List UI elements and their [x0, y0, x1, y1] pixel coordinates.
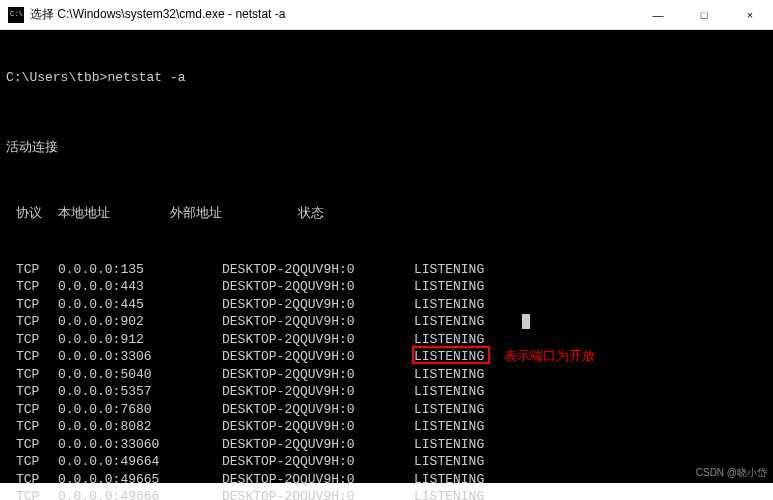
cell-proto: TCP [6, 331, 50, 349]
cell-local: 0.0.0.0:49666 [50, 488, 198, 500]
cell-state: LISTENING [398, 471, 518, 489]
cell-local: 0.0.0.0:8082 [50, 418, 198, 436]
table-row: TCP0.0.0.0:902DESKTOP-2QQUV9H:0LISTENING [6, 313, 767, 331]
cell-proto: TCP [6, 348, 50, 366]
cell-local: 0.0.0.0:5357 [50, 383, 198, 401]
cell-local: 0.0.0.0:5040 [50, 366, 198, 384]
cell-state: LISTENING [398, 278, 518, 296]
cell-local: 0.0.0.0:49665 [50, 471, 198, 489]
cell-proto: TCP [6, 436, 50, 454]
cell-state: LISTENING [398, 436, 518, 454]
cell-proto: TCP [6, 383, 50, 401]
cell-foreign: DESKTOP-2QQUV9H:0 [198, 418, 398, 436]
cell-foreign: DESKTOP-2QQUV9H:0 [198, 453, 398, 471]
cell-state: LISTENING [398, 366, 518, 384]
cell-proto: TCP [6, 296, 50, 314]
prompt-path: C:\Users\tbb> [6, 70, 107, 85]
table-row: TCP0.0.0.0:3306DESKTOP-2QQUV9H:0LISTENIN… [6, 348, 767, 366]
cell-foreign: DESKTOP-2QQUV9H:0 [198, 401, 398, 419]
cell-foreign: DESKTOP-2QQUV9H:0 [198, 436, 398, 454]
table-row: TCP0.0.0.0:443DESKTOP-2QQUV9H:0LISTENING [6, 278, 767, 296]
header-foreign: 外部地址 [170, 205, 298, 223]
titlebar[interactable]: 选择 C:\Windows\system32\cmd.exe - netstat… [0, 0, 773, 30]
header-proto: 协议 [6, 205, 50, 223]
table-row: TCP0.0.0.0:5357DESKTOP-2QQUV9H:0LISTENIN… [6, 383, 767, 401]
cell-state: LISTENING [398, 348, 518, 366]
cell-local: 0.0.0.0:3306 [50, 348, 198, 366]
table-row: TCP0.0.0.0:49666DESKTOP-2QQUV9H:0LISTENI… [6, 488, 767, 500]
cell-state: LISTENING [398, 296, 518, 314]
header-row: 协议 本地地址 外部地址 状态 [6, 205, 767, 223]
cell-state: LISTENING [398, 261, 518, 279]
cell-proto: TCP [6, 418, 50, 436]
prompt-command: netstat -a [107, 70, 185, 85]
cell-proto: TCP [6, 401, 50, 419]
cell-state: LISTENING [398, 331, 518, 349]
watermark: CSDN @晓小岱 [696, 464, 767, 482]
minimize-button[interactable]: — [635, 0, 681, 30]
cell-state: LISTENING [398, 418, 518, 436]
cell-proto: TCP [6, 278, 50, 296]
table-row: TCP0.0.0.0:8082DESKTOP-2QQUV9H:0LISTENIN… [6, 418, 767, 436]
table-row: TCP0.0.0.0:445DESKTOP-2QQUV9H:0LISTENING [6, 296, 767, 314]
cell-foreign: DESKTOP-2QQUV9H:0 [198, 278, 398, 296]
cell-state: LISTENING [398, 488, 518, 500]
table-row: TCP0.0.0.0:5040DESKTOP-2QQUV9H:0LISTENIN… [6, 366, 767, 384]
cell-proto: TCP [6, 488, 50, 500]
table-row: TCP0.0.0.0:7680DESKTOP-2QQUV9H:0LISTENIN… [6, 401, 767, 419]
cell-local: 0.0.0.0:7680 [50, 401, 198, 419]
terminal-area[interactable]: C:\Users\tbb>netstat -a 活动连接 协议 本地地址 外部地… [0, 30, 773, 483]
cell-foreign: DESKTOP-2QQUV9H:0 [198, 261, 398, 279]
table-row: TCP0.0.0.0:135DESKTOP-2QQUV9H:0LISTENING [6, 261, 767, 279]
header-local: 本地地址 [50, 205, 170, 223]
cell-foreign: DESKTOP-2QQUV9H:0 [198, 313, 398, 331]
window-title: 选择 C:\Windows\system32\cmd.exe - netstat… [30, 6, 635, 23]
cell-proto: TCP [6, 366, 50, 384]
cell-local: 0.0.0.0:135 [50, 261, 198, 279]
cell-state: LISTENING [398, 383, 518, 401]
table-row: TCP0.0.0.0:49664DESKTOP-2QQUV9H:0LISTENI… [6, 453, 767, 471]
cell-proto: TCP [6, 471, 50, 489]
cell-local: 0.0.0.0:49664 [50, 453, 198, 471]
cell-state: LISTENING [398, 453, 518, 471]
window-controls: — □ × [635, 0, 773, 30]
cell-foreign: DESKTOP-2QQUV9H:0 [198, 348, 398, 366]
cell-foreign: DESKTOP-2QQUV9H:0 [198, 383, 398, 401]
cell-local: 0.0.0.0:445 [50, 296, 198, 314]
section-title: 活动连接 [6, 139, 767, 157]
cell-foreign: DESKTOP-2QQUV9H:0 [198, 471, 398, 489]
cell-foreign: DESKTOP-2QQUV9H:0 [198, 366, 398, 384]
table-row: TCP0.0.0.0:912DESKTOP-2QQUV9H:0LISTENING [6, 331, 767, 349]
header-state: 状态 [298, 205, 358, 223]
cmd-icon [8, 7, 24, 23]
cell-state: LISTENING [398, 313, 518, 331]
cell-foreign: DESKTOP-2QQUV9H:0 [198, 488, 398, 500]
cell-state: LISTENING [398, 401, 518, 419]
cell-local: 0.0.0.0:443 [50, 278, 198, 296]
cursor-block [522, 314, 530, 329]
cell-local: 0.0.0.0:902 [50, 313, 198, 331]
table-row: TCP0.0.0.0:33060DESKTOP-2QQUV9H:0LISTENI… [6, 436, 767, 454]
cell-local: 0.0.0.0:912 [50, 331, 198, 349]
rows-container: TCP0.0.0.0:135DESKTOP-2QQUV9H:0LISTENING… [6, 261, 767, 501]
cell-foreign: DESKTOP-2QQUV9H:0 [198, 331, 398, 349]
cell-local: 0.0.0.0:33060 [50, 436, 198, 454]
table-row: TCP0.0.0.0:49665DESKTOP-2QQUV9H:0LISTENI… [6, 471, 767, 489]
cell-foreign: DESKTOP-2QQUV9H:0 [198, 296, 398, 314]
maximize-button[interactable]: □ [681, 0, 727, 30]
cell-proto: TCP [6, 261, 50, 279]
cell-proto: TCP [6, 313, 50, 331]
close-button[interactable]: × [727, 0, 773, 30]
cell-proto: TCP [6, 453, 50, 471]
prompt-line: C:\Users\tbb>netstat -a [6, 69, 767, 87]
